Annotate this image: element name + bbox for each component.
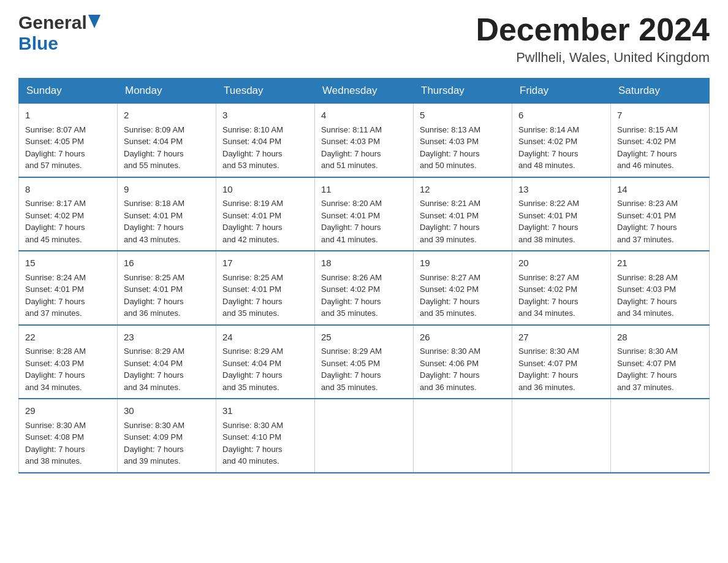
calendar-cell: 19 Sunrise: 8:27 AMSunset: 4:02 PMDaylig…: [414, 251, 512, 325]
day-number: 31: [222, 404, 308, 418]
calendar-header-friday: Friday: [512, 79, 611, 104]
day-sunrise: Sunrise: 8:30 AMSunset: 4:07 PMDaylight:…: [617, 347, 678, 392]
calendar-cell: 4 Sunrise: 8:11 AMSunset: 4:03 PMDayligh…: [315, 104, 414, 177]
day-number: 28: [617, 331, 703, 345]
calendar-cell: 31 Sunrise: 8:30 AMSunset: 4:10 PMDaylig…: [216, 399, 315, 473]
page-title: December 2024: [476, 12, 710, 47]
day-sunrise: Sunrise: 8:11 AMSunset: 4:03 PMDaylight:…: [321, 125, 382, 170]
day-sunrise: Sunrise: 8:26 AMSunset: 4:02 PMDaylight:…: [321, 273, 382, 318]
calendar-cell: 1 Sunrise: 8:07 AMSunset: 4:05 PMDayligh…: [19, 104, 118, 177]
day-sunrise: Sunrise: 8:17 AMSunset: 4:02 PMDaylight:…: [25, 199, 86, 244]
day-number: 22: [25, 331, 111, 345]
day-sunrise: Sunrise: 8:30 AMSunset: 4:06 PMDaylight:…: [420, 347, 480, 392]
day-sunrise: Sunrise: 8:18 AMSunset: 4:01 PMDaylight:…: [124, 199, 184, 244]
day-number: 1: [25, 109, 111, 123]
day-sunrise: Sunrise: 8:07 AMSunset: 4:05 PMDaylight:…: [25, 125, 86, 170]
calendar-cell: 24 Sunrise: 8:29 AMSunset: 4:04 PMDaylig…: [216, 325, 315, 399]
day-number: 13: [518, 183, 604, 197]
calendar-cell: [315, 399, 414, 473]
calendar-week-row: 15 Sunrise: 8:24 AMSunset: 4:01 PMDaylig…: [19, 251, 710, 325]
day-sunrise: Sunrise: 8:30 AMSunset: 4:09 PMDaylight:…: [124, 421, 184, 466]
calendar-cell: [512, 399, 611, 473]
calendar-cell: 18 Sunrise: 8:26 AMSunset: 4:02 PMDaylig…: [315, 251, 414, 325]
calendar-cell: 20 Sunrise: 8:27 AMSunset: 4:02 PMDaylig…: [512, 251, 611, 325]
day-sunrise: Sunrise: 8:13 AMSunset: 4:03 PMDaylight:…: [420, 125, 480, 170]
day-number: 26: [420, 331, 506, 345]
calendar-cell: 25 Sunrise: 8:29 AMSunset: 4:05 PMDaylig…: [315, 325, 414, 399]
calendar-header-thursday: Thursday: [414, 79, 512, 104]
calendar-cell: 16 Sunrise: 8:25 AMSunset: 4:01 PMDaylig…: [118, 251, 216, 325]
page-header: General Blue December 2024 Pwllheli, Wal…: [18, 12, 710, 66]
day-number: 12: [420, 183, 506, 197]
day-number: 3: [222, 109, 308, 123]
day-sunrise: Sunrise: 8:28 AMSunset: 4:03 PMDaylight:…: [617, 273, 678, 318]
calendar-cell: 2 Sunrise: 8:09 AMSunset: 4:04 PMDayligh…: [118, 104, 216, 177]
day-sunrise: Sunrise: 8:14 AMSunset: 4:02 PMDaylight:…: [518, 125, 579, 170]
day-sunrise: Sunrise: 8:20 AMSunset: 4:01 PMDaylight:…: [321, 199, 382, 244]
calendar-header-wednesday: Wednesday: [315, 79, 414, 104]
calendar-cell: 8 Sunrise: 8:17 AMSunset: 4:02 PMDayligh…: [19, 177, 118, 251]
day-number: 2: [124, 109, 210, 123]
day-sunrise: Sunrise: 8:30 AMSunset: 4:08 PMDaylight:…: [25, 421, 86, 466]
day-sunrise: Sunrise: 8:30 AMSunset: 4:07 PMDaylight:…: [518, 347, 579, 392]
day-sunrise: Sunrise: 8:30 AMSunset: 4:10 PMDaylight:…: [222, 421, 283, 466]
day-number: 27: [518, 331, 604, 345]
calendar-header-monday: Monday: [118, 79, 216, 104]
calendar-cell: 12 Sunrise: 8:21 AMSunset: 4:01 PMDaylig…: [414, 177, 512, 251]
day-number: 14: [617, 183, 703, 197]
day-sunrise: Sunrise: 8:25 AMSunset: 4:01 PMDaylight:…: [222, 273, 283, 318]
day-sunrise: Sunrise: 8:27 AMSunset: 4:02 PMDaylight:…: [420, 273, 480, 318]
calendar-cell: 27 Sunrise: 8:30 AMSunset: 4:07 PMDaylig…: [512, 325, 611, 399]
day-number: 24: [222, 331, 308, 345]
calendar-cell: [611, 399, 710, 473]
calendar-cell: 13 Sunrise: 8:22 AMSunset: 4:01 PMDaylig…: [512, 177, 611, 251]
day-sunrise: Sunrise: 8:28 AMSunset: 4:03 PMDaylight:…: [25, 347, 86, 392]
day-sunrise: Sunrise: 8:27 AMSunset: 4:02 PMDaylight:…: [518, 273, 579, 318]
calendar-cell: 3 Sunrise: 8:10 AMSunset: 4:04 PMDayligh…: [216, 104, 315, 177]
day-sunrise: Sunrise: 8:19 AMSunset: 4:01 PMDaylight:…: [222, 199, 283, 244]
calendar-week-row: 1 Sunrise: 8:07 AMSunset: 4:05 PMDayligh…: [19, 104, 710, 177]
calendar-cell: 5 Sunrise: 8:13 AMSunset: 4:03 PMDayligh…: [414, 104, 512, 177]
day-sunrise: Sunrise: 8:22 AMSunset: 4:01 PMDaylight:…: [518, 199, 579, 244]
calendar-cell: 11 Sunrise: 8:20 AMSunset: 4:01 PMDaylig…: [315, 177, 414, 251]
day-number: 4: [321, 109, 407, 123]
logo-general-text: General: [18, 12, 87, 33]
calendar-week-row: 29 Sunrise: 8:30 AMSunset: 4:08 PMDaylig…: [19, 399, 710, 473]
logo-blue-text: Blue: [18, 33, 58, 54]
calendar-week-row: 8 Sunrise: 8:17 AMSunset: 4:02 PMDayligh…: [19, 177, 710, 251]
day-number: 20: [518, 256, 604, 270]
day-number: 21: [617, 256, 703, 270]
day-number: 8: [25, 183, 111, 197]
day-number: 11: [321, 183, 407, 197]
svg-marker-0: [88, 15, 100, 28]
calendar-cell: 23 Sunrise: 8:29 AMSunset: 4:04 PMDaylig…: [118, 325, 216, 399]
calendar-header-saturday: Saturday: [611, 79, 710, 104]
day-sunrise: Sunrise: 8:25 AMSunset: 4:01 PMDaylight:…: [124, 273, 184, 318]
calendar-cell: 21 Sunrise: 8:28 AMSunset: 4:03 PMDaylig…: [611, 251, 710, 325]
day-sunrise: Sunrise: 8:24 AMSunset: 4:01 PMDaylight:…: [25, 273, 86, 318]
calendar-cell: 29 Sunrise: 8:30 AMSunset: 4:08 PMDaylig…: [19, 399, 118, 473]
calendar-week-row: 22 Sunrise: 8:28 AMSunset: 4:03 PMDaylig…: [19, 325, 710, 399]
calendar-cell: 7 Sunrise: 8:15 AMSunset: 4:02 PMDayligh…: [611, 104, 710, 177]
calendar-table: SundayMondayTuesdayWednesdayThursdayFrid…: [18, 78, 710, 473]
calendar-cell: 10 Sunrise: 8:19 AMSunset: 4:01 PMDaylig…: [216, 177, 315, 251]
calendar-cell: 28 Sunrise: 8:30 AMSunset: 4:07 PMDaylig…: [611, 325, 710, 399]
day-sunrise: Sunrise: 8:29 AMSunset: 4:04 PMDaylight:…: [124, 347, 184, 392]
day-number: 19: [420, 256, 506, 270]
day-sunrise: Sunrise: 8:23 AMSunset: 4:01 PMDaylight:…: [617, 199, 678, 244]
calendar-cell: 17 Sunrise: 8:25 AMSunset: 4:01 PMDaylig…: [216, 251, 315, 325]
calendar-cell: 9 Sunrise: 8:18 AMSunset: 4:01 PMDayligh…: [118, 177, 216, 251]
day-sunrise: Sunrise: 8:29 AMSunset: 4:04 PMDaylight:…: [222, 347, 283, 392]
day-number: 30: [124, 404, 210, 418]
logo-arrow-icon: [88, 15, 100, 31]
day-number: 23: [124, 331, 210, 345]
calendar-cell: 6 Sunrise: 8:14 AMSunset: 4:02 PMDayligh…: [512, 104, 611, 177]
day-sunrise: Sunrise: 8:10 AMSunset: 4:04 PMDaylight:…: [222, 125, 283, 170]
day-number: 16: [124, 256, 210, 270]
calendar-cell: 22 Sunrise: 8:28 AMSunset: 4:03 PMDaylig…: [19, 325, 118, 399]
day-sunrise: Sunrise: 8:29 AMSunset: 4:05 PMDaylight:…: [321, 347, 382, 392]
day-number: 7: [617, 109, 703, 123]
day-sunrise: Sunrise: 8:21 AMSunset: 4:01 PMDaylight:…: [420, 199, 480, 244]
calendar-header-tuesday: Tuesday: [216, 79, 315, 104]
day-number: 10: [222, 183, 308, 197]
